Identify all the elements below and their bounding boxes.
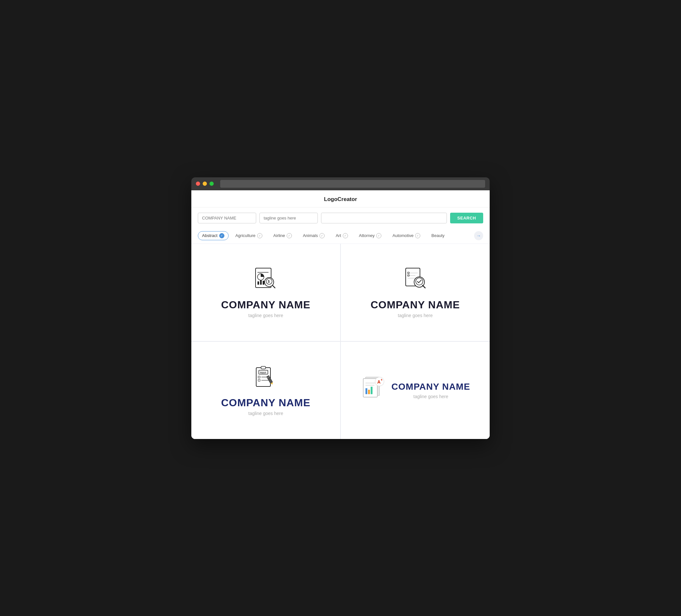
logo-card-2[interactable]: ✓ ✓ COMPANY NAME tagline goes here	[341, 244, 490, 341]
close-button[interactable]	[196, 182, 200, 186]
logo-2-tagline: tagline goes here	[398, 313, 433, 318]
filter-airline-label: Airline	[273, 233, 285, 238]
svg-text:+: +	[381, 378, 383, 381]
filter-animals-label: Animals	[303, 233, 318, 238]
filter-airline[interactable]: Airline	[269, 231, 296, 240]
minimize-button[interactable]	[203, 182, 207, 186]
logo-3-company-name: COMPANY NAME	[221, 397, 311, 409]
logo-icon-report: A +	[360, 374, 386, 401]
filter-bar: Abstract Agriculture Airline Animals Art…	[191, 229, 490, 244]
svg-rect-37	[368, 390, 370, 394]
filter-attorney[interactable]: Attorney	[355, 231, 385, 240]
company-name-input[interactable]	[198, 213, 256, 223]
svg-rect-5	[263, 281, 264, 285]
svg-point-19	[416, 278, 423, 285]
tagline-input[interactable]	[259, 213, 318, 223]
filter-art[interactable]: Art	[331, 231, 352, 240]
browser-window: LogoCreator SEARCH Abstract Agriculture …	[191, 177, 490, 439]
logo-4-text-group: COMPANY NAME tagline goes here	[392, 382, 470, 399]
browser-titlebar	[191, 177, 490, 190]
logo-card-3[interactable]: TEST COMPANY NAME	[191, 342, 340, 439]
extra-input[interactable]	[321, 213, 447, 223]
search-button[interactable]: SEARCH	[450, 213, 483, 223]
filter-agriculture[interactable]: Agriculture	[231, 231, 267, 240]
filter-art-label: Art	[336, 233, 341, 238]
svg-rect-36	[365, 388, 368, 394]
svg-text:$: $	[268, 280, 270, 283]
filter-animals-check	[320, 233, 325, 238]
logo-1-company-name: COMPANY NAME	[221, 299, 311, 311]
url-bar[interactable]	[220, 180, 485, 188]
filter-automotive-label: Automotive	[393, 233, 413, 238]
logo-grid: $ COMPANY NAME tagline goes here	[191, 244, 490, 439]
svg-rect-4	[260, 280, 262, 285]
logo-card-4[interactable]: A + COMPANY NAME tagline goes here	[341, 342, 490, 439]
svg-text:✓: ✓	[408, 275, 409, 277]
maximize-button[interactable]	[209, 182, 214, 186]
filter-automotive-check	[415, 233, 420, 238]
filter-attorney-check	[376, 233, 381, 238]
filter-agriculture-check	[257, 233, 262, 238]
svg-line-8	[272, 285, 275, 288]
svg-rect-38	[371, 386, 373, 394]
filter-art-check	[343, 233, 348, 238]
logo-2-company-name: COMPANY NAME	[371, 299, 460, 311]
filter-attorney-label: Attorney	[359, 233, 375, 238]
search-bar: SEARCH	[191, 207, 490, 229]
filter-beauty[interactable]: Beauty	[427, 231, 449, 240]
filter-automotive[interactable]: Automotive	[388, 231, 425, 240]
logo-3-tagline: tagline goes here	[248, 411, 283, 416]
svg-line-20	[423, 285, 425, 288]
logo-1-tagline: tagline goes here	[248, 313, 283, 318]
filter-airline-check	[287, 233, 292, 238]
svg-rect-3	[257, 281, 259, 285]
svg-rect-22	[261, 366, 266, 369]
logo-icon-test: TEST	[253, 364, 279, 392]
logo-icon-analytics: $	[253, 266, 279, 294]
filter-beauty-label: Beauty	[431, 233, 444, 238]
svg-text:✓: ✓	[408, 272, 409, 274]
app-header: LogoCreator	[191, 190, 490, 207]
svg-text:TEST: TEST	[260, 371, 267, 374]
filter-agriculture-label: Agriculture	[235, 233, 255, 238]
logo-4-tagline: tagline goes here	[392, 394, 470, 399]
svg-text:A: A	[377, 379, 381, 384]
filter-abstract-label: Abstract	[202, 233, 218, 238]
filter-abstract-check	[219, 233, 224, 238]
logo-card-1[interactable]: $ COMPANY NAME tagline goes here	[191, 244, 340, 341]
logo-4-company-name: COMPANY NAME	[392, 382, 470, 392]
logo-icon-audit: ✓ ✓	[402, 266, 428, 294]
filter-abstract[interactable]: Abstract	[198, 231, 229, 240]
app-title: LogoCreator	[324, 196, 357, 202]
svg-rect-27	[258, 379, 260, 381]
app-content: LogoCreator SEARCH Abstract Agriculture …	[191, 190, 490, 439]
svg-rect-25	[258, 376, 260, 378]
filter-next-button[interactable]: →	[474, 231, 483, 240]
filter-animals[interactable]: Animals	[299, 231, 329, 240]
